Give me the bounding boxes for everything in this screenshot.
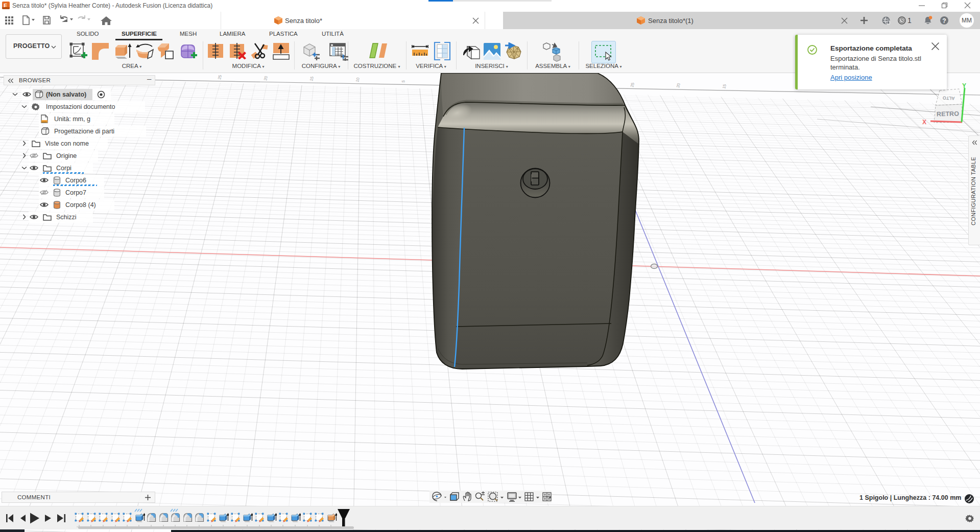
svg-text:20: 20 xyxy=(676,82,681,88)
svg-text:20: 20 xyxy=(263,75,269,81)
svg-text:15: 15 xyxy=(309,76,315,81)
svg-text:5: 5 xyxy=(401,80,406,83)
svg-text:?: ? xyxy=(942,17,946,25)
svg-text:RETRO: RETRO xyxy=(937,110,959,118)
svg-text:X: X xyxy=(922,119,926,126)
svg-text:Y: Y xyxy=(962,82,966,89)
svg-text:1: 1 xyxy=(907,16,912,25)
svg-text:25: 25 xyxy=(217,74,223,80)
svg-text:15: 15 xyxy=(722,83,727,89)
svg-text:10: 10 xyxy=(355,77,361,82)
svg-text:ALTO: ALTO xyxy=(943,96,955,101)
svg-text:25: 25 xyxy=(630,82,635,87)
